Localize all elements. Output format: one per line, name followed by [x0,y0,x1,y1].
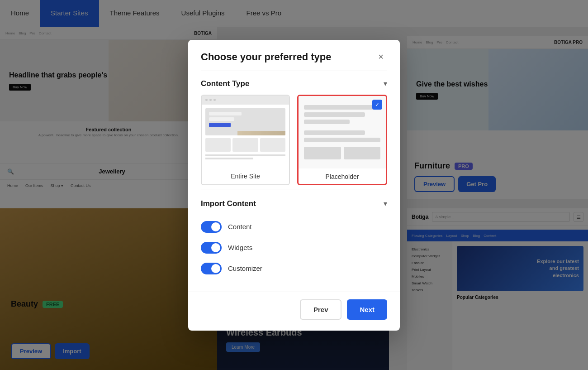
hero-text-line-1 [209,112,242,115]
ph-line-1 [304,105,380,110]
ph-line-5 [304,138,380,142]
next-button[interactable]: Next [347,299,387,320]
product-item-3 [260,138,285,152]
product-grid-preview [205,138,285,152]
toggle-row-content: Content [201,216,387,237]
content-type-grid: Entire Site ✓ [201,95,387,189]
hero-cta-block [209,123,231,127]
browser-dot [205,99,208,101]
ph-line-4 [304,130,365,135]
customizer-toggle-label: Customizer [228,264,262,272]
ph-boxes [304,147,380,159]
footer-line [205,154,285,156]
import-content-title: Import Content [201,199,256,208]
site-preview-header [202,96,289,105]
hero-text-line-2 [209,117,234,121]
import-toggles: Content Widgets Customizer [201,215,387,281]
content-type-title: Content Type [201,79,249,88]
placeholder-card[interactable]: ✓ Placeholder [297,95,387,185]
modal-title: Choose your preferred type [201,51,332,63]
entire-site-card[interactable]: Entire Site [201,95,290,185]
site-preview-hero [205,108,285,135]
toggle-row-widgets: Widgets [201,237,387,258]
content-type-section-header[interactable]: Content Type ▾ [201,71,387,95]
ph-line-3 [304,120,350,124]
browser-dot [213,99,216,101]
modal-body: Content Type ▾ [188,71,400,292]
site-preview-mockup [202,96,289,168]
import-content-chevron: ▾ [384,199,387,208]
footer-line-2 [205,158,253,159]
content-toggle[interactable] [201,221,222,233]
modal-header: Choose your preferred type × [188,40,400,71]
entire-site-label: Entire Site [202,168,289,183]
product-item-2 [232,138,258,152]
hero-overlay-content [205,108,285,131]
widgets-toggle[interactable] [201,242,222,254]
entire-site-preview [202,96,289,168]
product-item-1 [205,138,231,152]
hero-img-block [237,131,285,135]
prev-button[interactable]: Prev [300,299,342,320]
modal-dialog: Choose your preferred type × Content Typ… [188,40,400,331]
modal-divider-middle [201,189,387,189]
selected-checkmark: ✓ [372,100,382,110]
modal-footer: Prev Next [188,292,400,331]
ph-box-1 [304,147,341,159]
browser-dot [209,99,212,101]
widgets-toggle-label: Widgets [228,244,252,251]
site-preview-content [202,105,289,168]
import-content-section-header[interactable]: Import Content ▾ [201,191,387,215]
toggle-row-customizer: Customizer [201,258,387,279]
content-type-chevron: ▾ [384,79,387,88]
placeholder-label: Placeholder [299,168,386,184]
ph-line-2 [304,112,365,117]
modal-close-button[interactable]: × [375,51,387,63]
content-toggle-label: Content [228,223,252,231]
placeholder-preview: ✓ [299,96,386,168]
ph-box-2 [344,147,381,159]
customizer-toggle[interactable] [201,263,222,274]
